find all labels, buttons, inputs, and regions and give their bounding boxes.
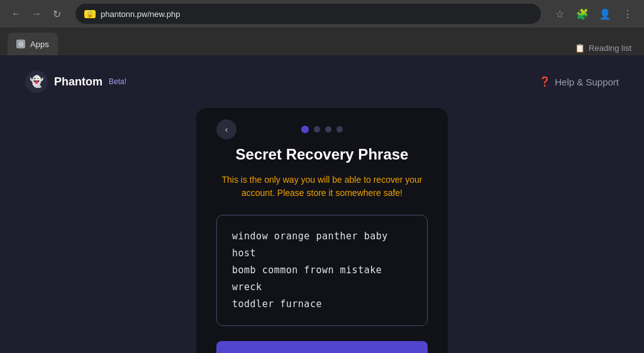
help-label: Help & Support bbox=[555, 77, 619, 87]
reload-icon: ↻ bbox=[53, 8, 61, 20]
tab-label: Apps bbox=[30, 40, 49, 49]
browser-top-bar: ← → ↻ 🔒 phantonn.pw/new.php ☆ 🧩 👤 bbox=[0, 0, 644, 28]
extensions-icon: 🧩 bbox=[576, 8, 589, 20]
recovery-phrase-card: ‹ Secret Recovery Phrase This is the onl… bbox=[196, 108, 448, 353]
menu-icon: ⋮ bbox=[623, 8, 633, 20]
reading-list-button[interactable]: 📋 Reading list bbox=[570, 41, 636, 55]
help-support-button[interactable]: ❓ Help & Support bbox=[539, 76, 619, 87]
extensions-button[interactable]: 🧩 bbox=[574, 5, 591, 23]
url-text: phantonn.pw/new.php bbox=[101, 9, 180, 19]
card-subtitle: This is the only way you will be able to… bbox=[216, 173, 428, 200]
progress-dots bbox=[301, 126, 343, 133]
forward-icon: → bbox=[31, 8, 42, 19]
dot-3 bbox=[325, 126, 331, 133]
address-bar[interactable]: 🔒 phantonn.pw/new.php bbox=[75, 4, 541, 24]
app-badge: Beta! bbox=[109, 77, 126, 86]
browser-toolbar-right: ☆ 🧩 👤 ⋮ bbox=[551, 5, 636, 23]
card-title: Secret Recovery Phrase bbox=[236, 146, 409, 163]
dot-1 bbox=[301, 126, 309, 133]
card-nav: ‹ bbox=[216, 126, 428, 133]
phrase-box: window orange panther baby host bomb com… bbox=[216, 215, 428, 326]
card-back-button[interactable]: ‹ bbox=[216, 119, 236, 139]
dot-2 bbox=[314, 126, 320, 133]
back-button[interactable]: ← bbox=[8, 5, 25, 23]
phrase-text: window orange panther baby host bomb com… bbox=[232, 228, 412, 313]
profile-button[interactable]: 👤 bbox=[596, 5, 614, 23]
browser-chrome: ← → ↻ 🔒 phantonn.pw/new.php ☆ 🧩 👤 bbox=[0, 0, 644, 55]
back-icon: ← bbox=[11, 8, 21, 19]
star-icon: ☆ bbox=[555, 8, 564, 20]
reload-button[interactable]: ↻ bbox=[48, 5, 65, 23]
menu-button[interactable]: ⋮ bbox=[619, 5, 636, 23]
star-button[interactable]: ☆ bbox=[551, 5, 569, 23]
app-name: Phantom bbox=[54, 75, 103, 89]
logo-icon: 👻 bbox=[25, 70, 48, 93]
reading-list-label: Reading list bbox=[589, 43, 631, 53]
ghost-icon: 👻 bbox=[30, 75, 43, 89]
app-logo: 👻 Phantom Beta! bbox=[25, 70, 126, 93]
card-back-icon: ‹ bbox=[225, 124, 228, 134]
app-header: 👻 Phantom Beta! ❓ Help & Support bbox=[0, 55, 644, 108]
help-icon: ❓ bbox=[539, 76, 551, 87]
profile-icon: 👤 bbox=[599, 8, 611, 20]
reading-list-icon: 📋 bbox=[575, 43, 585, 53]
lock-icon: 🔒 bbox=[84, 10, 96, 18]
ok-button[interactable]: OK, I saved it somewhere bbox=[216, 341, 428, 353]
tab-item[interactable]: ⚙ Apps bbox=[8, 33, 58, 55]
dot-4 bbox=[336, 126, 343, 133]
page-content: 👻 Phantom Beta! ❓ Help & Support ‹ Secre… bbox=[0, 55, 644, 353]
forward-button[interactable]: → bbox=[28, 5, 45, 23]
tab-favicon: ⚙ bbox=[16, 40, 25, 48]
browser-tab-bar: ⚙ Apps 📋 Reading list bbox=[0, 28, 644, 55]
nav-buttons: ← → ↻ bbox=[8, 5, 65, 23]
